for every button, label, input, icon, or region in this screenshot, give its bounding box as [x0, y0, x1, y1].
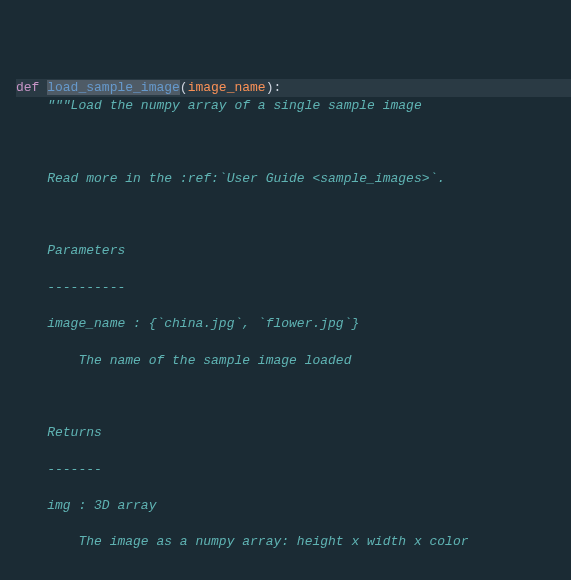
docstring-line[interactable]: ------- — [16, 461, 571, 479]
keyword-def: def — [16, 80, 39, 95]
function-name: load_sample_image — [47, 80, 180, 95]
docstring-line[interactable]: Read more in the :ref:`User Guide <sampl… — [16, 170, 571, 188]
docstring-line[interactable]: The image as a numpy array: height x wid… — [16, 533, 571, 551]
docstring-line[interactable]: img : 3D array — [16, 497, 571, 515]
docstring-line[interactable]: """Load the numpy array of a single samp… — [16, 97, 571, 115]
paren: ( — [180, 80, 188, 95]
docstring-line[interactable]: image_name : {`china.jpg`, `flower.jpg`} — [16, 315, 571, 333]
docstring-line[interactable]: Returns — [16, 424, 571, 442]
docstring-line[interactable]: ---------- — [16, 279, 571, 297]
docstring-line[interactable] — [16, 570, 571, 580]
docstring-line[interactable] — [16, 388, 571, 406]
parameter: image_name — [188, 80, 266, 95]
paren: ): — [266, 80, 282, 95]
docstring-line[interactable]: Parameters — [16, 242, 571, 260]
docstring-line[interactable] — [16, 206, 571, 224]
docstring-line[interactable] — [16, 133, 571, 151]
code-line-def[interactable]: def load_sample_image(image_name): — [16, 79, 571, 97]
docstring-line[interactable]: The name of the sample image loaded — [16, 352, 571, 370]
